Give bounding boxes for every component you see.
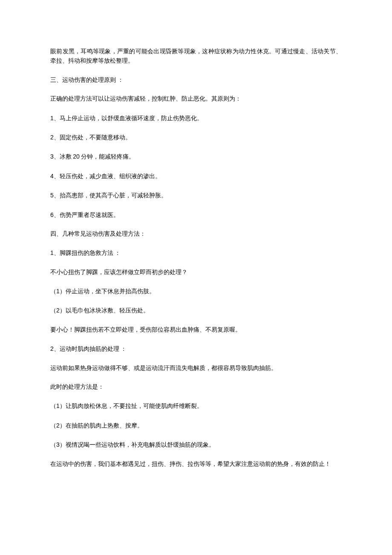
paragraph: 此时的处理方法是： bbox=[50, 382, 342, 392]
paragraph: 4、轻压伤处，减少血液、组织液的渗出。 bbox=[50, 171, 342, 181]
paragraph: （1）让肌肉放松休息，不要拉扯，可能使肌肉纤维断裂。 bbox=[50, 401, 342, 411]
body-text: 、轻压伤处，减少血液、组织液的渗出。 bbox=[54, 173, 161, 179]
body-text: ）让肌肉放松休息，不要拉扯，可能使肌肉纤维断裂。 bbox=[60, 403, 203, 409]
number-text: 5 bbox=[50, 192, 54, 199]
body-text: （ bbox=[50, 307, 56, 314]
number-text: 20 bbox=[73, 153, 80, 160]
body-text: 四、几种常见运动伤害及处理方法： bbox=[50, 231, 146, 237]
body-text: 、抬高患部，使其高于心脏，可减轻肿胀。 bbox=[54, 192, 167, 199]
paragraph: （2）在抽筋的肌肉上热敷、按摩。 bbox=[50, 421, 342, 431]
body-text: ）视情况喝一些运动饮料，补充电解质以舒缓抽筋的现象。 bbox=[60, 442, 215, 448]
number-text: 1 bbox=[50, 115, 54, 121]
body-text: 在运动中的伤害，我们基本都遇见过，扭伤、摔伤、拉伤等等，希望大家注意运动前的热身… bbox=[50, 461, 331, 467]
paragraph: （3）视情况喝一些运动饮料，补充电解质以舒缓抽筋的现象。 bbox=[50, 440, 342, 450]
document-body: 眼前发黑，耳鸣等现象，严重的可能会出现昏厥等现象，这种症状称为动力性休克。可通过… bbox=[50, 47, 342, 469]
paragraph: 四、几种常见运动伤害及处理方法： bbox=[50, 229, 342, 239]
body-text: 运动前如果热身运动做得不够、或是运动流汗而流失电解质，都很容易导致肌肉抽筋。 bbox=[50, 365, 277, 371]
number-text: 1 bbox=[56, 288, 60, 295]
body-text: （ bbox=[50, 288, 56, 295]
body-text: （ bbox=[50, 422, 56, 429]
body-text: ）停止运动，坐下休息并抬高伤肢。 bbox=[60, 288, 155, 295]
body-text: （ bbox=[50, 403, 56, 409]
number-text: 3 bbox=[56, 441, 60, 448]
body-text: 、脚踝扭伤的急救方法 ： bbox=[54, 250, 121, 256]
paragraph: 运动前如果热身运动做得不够、或是运动流汗而流失电解质，都很容易导致肌肉抽筋。 bbox=[50, 364, 342, 373]
paragraph: （1）停止运动，坐下休息并抬高伤肢。 bbox=[50, 286, 342, 296]
paragraph: 2、固定伤处，不要随意移动。 bbox=[50, 133, 342, 142]
paragraph: 在运动中的伤害，我们基本都遇见过，扭伤、摔伤、拉伤等等，希望大家注意运动前的热身… bbox=[50, 460, 342, 469]
body-text: 、运动时肌肉抽筋的处理 ： bbox=[54, 346, 127, 352]
body-text: 正确的处理方法可以让运动伤害减轻，控制红肿、防止恶化。其原则为： bbox=[50, 95, 241, 102]
body-text: 此时的处理方法是： bbox=[50, 384, 104, 390]
body-text: 、冰敷 bbox=[54, 153, 73, 160]
paragraph: 2、运动时肌肉抽筋的处理 ： bbox=[50, 344, 342, 354]
body-text: ）在抽筋的肌肉上热敷、按摩。 bbox=[60, 422, 143, 429]
paragraph: 6、伤势严重者尽速就医。 bbox=[50, 210, 342, 220]
body-text: 分钟，能减轻疼痛。 bbox=[80, 153, 135, 160]
body-text: 要小心！脚踝扭伤若不立即处理，受伤部位容易出血肿痛、不易复原喔。 bbox=[50, 327, 241, 333]
body-text: 三、运动伤害的处理原则 ： bbox=[50, 77, 124, 83]
body-text: （ bbox=[50, 442, 56, 448]
paragraph: 要小心！脚踝扭伤若不立即处理，受伤部位容易出血肿痛、不易复原喔。 bbox=[50, 325, 342, 335]
paragraph: 三、运动伤害的处理原则 ： bbox=[50, 75, 342, 85]
body-text: 、固定伤处，不要随意移动。 bbox=[54, 134, 131, 141]
number-text: 2 bbox=[56, 307, 60, 314]
paragraph: 5、抬高患部，使其高于心脏，可减轻肿胀。 bbox=[50, 191, 342, 200]
number-text: 1 bbox=[50, 249, 54, 256]
number-text: 2 bbox=[56, 422, 60, 429]
paragraph: 3、冰敷 20 分钟，能减轻疼痛。 bbox=[50, 152, 342, 162]
paragraph: 1、马上停止运动，以舒缓血液循环速度，防止伤势恶化。 bbox=[50, 113, 342, 123]
paragraph: 正确的处理方法可以让运动伤害减轻，控制红肿、防止恶化。其原则为： bbox=[50, 94, 342, 104]
number-text: 4 bbox=[50, 173, 54, 179]
body-text: 不小心扭伤了脚踝，应该怎样做立即而初步的处理？ bbox=[50, 269, 187, 275]
number-text: 2 bbox=[50, 345, 54, 352]
number-text: 3 bbox=[50, 153, 54, 160]
body-text: 、伤势严重者尽速就医。 bbox=[54, 212, 119, 218]
number-text: 2 bbox=[50, 134, 54, 141]
number-text: 6 bbox=[50, 211, 54, 218]
body-text: 、马上停止运动，以舒缓血液循环速度，防止伤势恶化。 bbox=[54, 115, 203, 121]
paragraph: 眼前发黑，耳鸣等现象，严重的可能会出现昏厥等现象，这种症状称为动力性休克。可通过… bbox=[50, 47, 342, 66]
number-text: 1 bbox=[56, 402, 60, 409]
paragraph: 不小心扭伤了脚踝，应该怎样做立即而初步的处理？ bbox=[50, 268, 342, 277]
body-text: ）以毛巾包冰块冰敷、轻压伤处。 bbox=[60, 307, 149, 314]
body-text: 眼前发黑，耳鸣等现象，严重的可能会出现昏厥等现象，这种症状称为动力性休克。可通过… bbox=[50, 48, 342, 64]
paragraph: （2）以毛巾包冰块冰敷、轻压伤处。 bbox=[50, 306, 342, 315]
paragraph: 1、脚踝扭伤的急救方法 ： bbox=[50, 248, 342, 258]
